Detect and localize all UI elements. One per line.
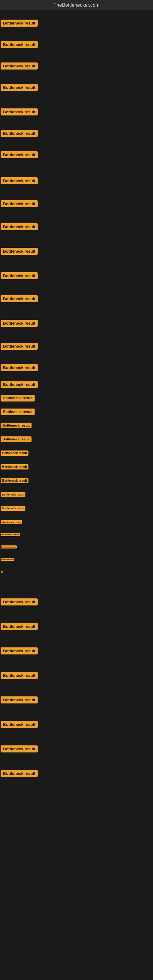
bottleneck-badge-26[interactable]: Bottleneck result <box>1 506 26 511</box>
bottleneck-badge-34[interactable]: Bottleneck result <box>1 623 38 630</box>
bottleneck-badge-25[interactable]: Bottleneck result <box>1 492 26 497</box>
bottleneck-item-8: Bottleneck result <box>1 177 38 185</box>
bottleneck-badge-10[interactable]: Bottleneck result <box>1 223 38 230</box>
bottleneck-badge-17[interactable]: Bottleneck result <box>1 381 38 388</box>
bottleneck-item-3: Bottleneck result <box>1 62 38 70</box>
bottleneck-badge-13[interactable]: Bottleneck result <box>1 295 38 302</box>
bottleneck-badge-28[interactable]: Bottleneck result <box>1 533 20 536</box>
bottleneck-badge-27[interactable]: Bottleneck result <box>1 520 22 524</box>
bottleneck-badge-22[interactable]: Bottleneck result <box>1 450 29 456</box>
bottleneck-item-34: Bottleneck result <box>1 623 38 630</box>
bottleneck-item-27: Bottleneck result <box>1 519 22 524</box>
bottleneck-badge-7[interactable]: Bottleneck result <box>1 151 38 158</box>
bottleneck-badge-38[interactable]: Bottleneck result <box>1 721 38 728</box>
bottleneck-badge-36[interactable]: Bottleneck result <box>1 672 38 679</box>
bottleneck-item-30: Bottleneck result <box>1 555 14 561</box>
bottleneck-badge-8[interactable]: Bottleneck result <box>1 177 38 185</box>
bottleneck-badge-24[interactable]: Bottleneck result <box>1 478 29 483</box>
bottleneck-badge-6[interactable]: Bottleneck result <box>1 130 38 137</box>
bottleneck-badge-35[interactable]: Bottleneck result <box>1 648 38 654</box>
bottleneck-badge-1[interactable]: Bottleneck result <box>1 20 38 27</box>
bottleneck-badge-20[interactable]: Bottleneck result <box>1 423 32 428</box>
bottleneck-badge-30[interactable]: Bottleneck result <box>1 558 14 561</box>
bottleneck-item-33: Bottleneck result <box>1 598 38 605</box>
bottleneck-badge-19[interactable]: Bottleneck result <box>1 409 35 415</box>
bottleneck-item-36: Bottleneck result <box>1 672 38 679</box>
bottleneck-item-24: Bottleneck result <box>1 477 29 483</box>
bottleneck-badge-31[interactable]: B <box>1 571 3 573</box>
bottleneck-badge-15[interactable]: Bottleneck result <box>1 343 38 350</box>
bottleneck-badge-14[interactable]: Bottleneck result <box>1 320 38 327</box>
bottleneck-item-38: Bottleneck result <box>1 721 38 728</box>
bottleneck-item-1: Bottleneck result <box>1 20 38 27</box>
bottleneck-badge-33[interactable]: Bottleneck result <box>1 598 38 605</box>
bottleneck-item-7: Bottleneck result <box>1 151 38 158</box>
bottleneck-badge-40[interactable]: Bottleneck result <box>1 770 38 777</box>
bottleneck-item-18: Bottleneck result <box>1 395 35 401</box>
bottleneck-item-25: Bottleneck result <box>1 491 26 497</box>
bottleneck-item-26: Bottleneck result <box>1 505 26 511</box>
bottleneck-badge-11[interactable]: Bottleneck result <box>1 248 38 255</box>
bottleneck-badge-9[interactable]: Bottleneck result <box>1 200 38 207</box>
bottleneck-badge-12[interactable]: Bottleneck result <box>1 272 38 279</box>
bottleneck-item-28: Bottleneck result <box>1 531 20 536</box>
bottleneck-item-40: Bottleneck result <box>1 770 38 777</box>
bottleneck-badge-29[interactable]: Bottleneck result <box>1 546 17 549</box>
bottleneck-item-11: Bottleneck result <box>1 248 38 255</box>
bottleneck-item-17: Bottleneck result <box>1 381 38 388</box>
bottleneck-badge-37[interactable]: Bottleneck result <box>1 697 38 703</box>
bottleneck-item-31: B <box>1 568 3 573</box>
bottleneck-item-37: Bottleneck result <box>1 697 38 703</box>
bottleneck-item-15: Bottleneck result <box>1 343 38 350</box>
bottleneck-item-19: Bottleneck result <box>1 409 35 415</box>
bottleneck-item-22: Bottleneck result <box>1 450 29 456</box>
bottleneck-item-14: Bottleneck result <box>1 320 38 327</box>
bottleneck-badge-16[interactable]: Bottleneck result <box>1 364 38 371</box>
bottleneck-item-20: Bottleneck result <box>1 422 32 428</box>
site-title: TheBottlenecker.com <box>0 0 153 10</box>
bottleneck-item-35: Bottleneck result <box>1 648 38 654</box>
bottleneck-badge-21[interactable]: Bottleneck result <box>1 436 32 442</box>
bottleneck-item-6: Bottleneck result <box>1 130 38 137</box>
bottleneck-item-39: Bottleneck result <box>1 745 38 752</box>
bottleneck-badge-5[interactable]: Bottleneck result <box>1 108 38 115</box>
bottleneck-badge-39[interactable]: Bottleneck result <box>1 745 38 752</box>
bottleneck-badge-18[interactable]: Bottleneck result <box>1 395 35 401</box>
bottleneck-item-21: Bottleneck result <box>1 436 32 442</box>
bottleneck-item-5: Bottleneck result <box>1 108 38 115</box>
bottleneck-badge-2[interactable]: Bottleneck result <box>1 41 38 48</box>
bottleneck-item-16: Bottleneck result <box>1 364 38 371</box>
bottleneck-badge-4[interactable]: Bottleneck result <box>1 84 38 91</box>
bottleneck-badge-23[interactable]: Bottleneck result <box>1 464 29 469</box>
bottleneck-item-10: Bottleneck result <box>1 223 38 230</box>
bottleneck-item-23: Bottleneck result <box>1 464 29 469</box>
bottleneck-item-2: Bottleneck result <box>1 41 38 48</box>
bottleneck-item-13: Bottleneck result <box>1 295 38 302</box>
bottleneck-badge-3[interactable]: Bottleneck result <box>1 62 38 70</box>
bottleneck-item-4: Bottleneck result <box>1 84 38 91</box>
bottleneck-item-12: Bottleneck result <box>1 272 38 279</box>
bottleneck-item-9: Bottleneck result <box>1 200 38 207</box>
bottleneck-item-29: Bottleneck result <box>1 543 17 549</box>
